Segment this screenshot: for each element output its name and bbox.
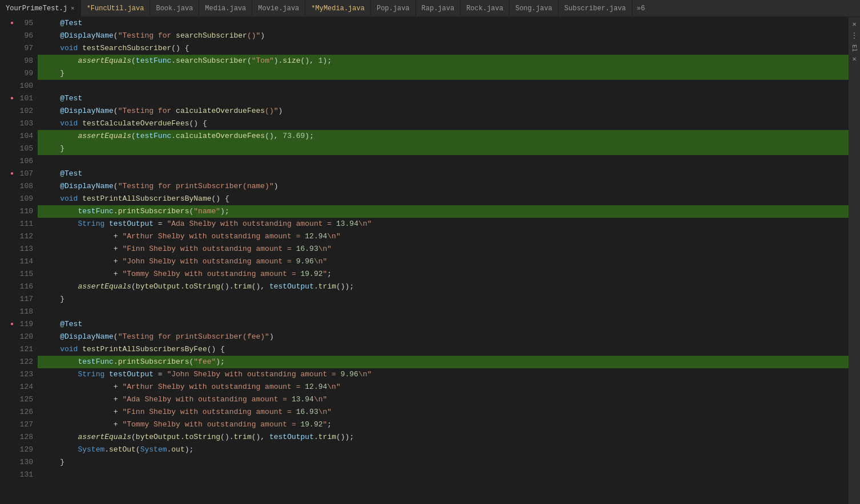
tab-book-java[interactable]: Book.java — [150, 0, 199, 17]
code-line: void testCalculateOverdueFees() { — [38, 117, 849, 130]
tab-label: Song.java — [515, 5, 552, 13]
line-number: 116 — [9, 281, 38, 293]
tab-label: YourPrimeTest.j — [6, 5, 67, 13]
line-number: 127 — [9, 418, 38, 431]
tab-label: *FuncUtil.java — [87, 5, 144, 13]
tab-close-button[interactable]: × — [71, 5, 75, 12]
code-line: + "Ada Shelby with outstanding amount = … — [38, 393, 849, 406]
line-number: 117 — [9, 293, 38, 306]
gutter-item — [0, 30, 9, 42]
tab-label: *MyMedia.java — [311, 5, 365, 13]
code-line: void testSearchSubscriber() { — [38, 42, 849, 55]
line-number: 99 — [9, 67, 38, 80]
line-number: 112 — [9, 230, 38, 243]
ellipsis-icon[interactable]: ⋮ — [850, 31, 859, 40]
code-area[interactable]: @Test @DisplayName("Testing for searchSu… — [38, 17, 849, 504]
line-number: 107 — [9, 168, 38, 180]
tab-song-java[interactable]: Song.java — [510, 0, 559, 17]
code-line: assertEquals(testFunc.searchSubscriber("… — [38, 55, 849, 67]
gutter-item — [0, 456, 9, 469]
code-line: System.setOut(System.out); — [38, 444, 849, 456]
line-number: 103 — [9, 117, 38, 130]
gutter-item — [0, 469, 9, 481]
code-line: assertEquals(byteOutput.toString().trim(… — [38, 281, 849, 293]
gutter-item — [0, 130, 9, 143]
code-line: + "John Shelby with outstanding amount =… — [38, 255, 849, 268]
tab-rock-java[interactable]: Rock.java — [461, 0, 510, 17]
line-number: 125 — [9, 393, 38, 406]
code-line: testFunc.printSubscribers("name"); — [38, 205, 849, 218]
close-icon[interactable]: ✕ — [850, 19, 859, 29]
line-number: 114 — [9, 255, 38, 268]
gutter-item — [0, 218, 9, 230]
tab-yourprimetest-j[interactable]: YourPrimeTest.j× — [0, 0, 81, 17]
line-number: 109 — [9, 193, 38, 205]
code-line: + "Tommy Shelby with outstanding amount … — [38, 418, 849, 431]
tab-label: Rock.java — [466, 5, 503, 13]
code-line: void testPrintAllSubscribersByFee() { — [38, 343, 849, 356]
panel-close-icon[interactable]: ✕ — [850, 54, 859, 63]
gutter-item — [0, 92, 9, 105]
code-line: @Test — [38, 17, 849, 30]
line-number: 124 — [9, 381, 38, 393]
code-line — [38, 469, 849, 481]
code-line: @DisplayName("Testing for printSubscribe… — [38, 331, 849, 343]
code-line: @DisplayName("Testing for searchSubscrib… — [38, 30, 849, 42]
gutter-item — [0, 193, 9, 205]
tab-rap-java[interactable]: Rap.java — [416, 0, 461, 17]
line-number: 121 — [9, 343, 38, 356]
tab-subscriber-java[interactable]: Subscriber.java — [559, 0, 632, 17]
tab-overflow[interactable]: »6 — [632, 5, 649, 13]
line-number: 104 — [9, 130, 38, 143]
code-line: void testPrintAllSubscribersByName() { — [38, 193, 849, 205]
gutter-item — [0, 393, 9, 406]
code-line: + "Finn Shelby with outstanding amount =… — [38, 406, 849, 418]
line-number: 126 — [9, 406, 38, 418]
tab-pop-java[interactable]: Pop.java — [371, 0, 416, 17]
line-number: 95 — [9, 17, 38, 30]
line-number: 100 — [9, 80, 38, 92]
tab--funcutil-java[interactable]: *FuncUtil.java — [81, 0, 151, 17]
line-number: 101 — [9, 92, 38, 105]
gutter-item — [0, 406, 9, 418]
gutter-item — [0, 431, 9, 444]
tab-label: Subscriber.java — [564, 5, 626, 13]
tab-label: Book.java — [156, 5, 193, 13]
tab--mymedia-java[interactable]: *MyMedia.java — [305, 0, 371, 17]
gutter-item — [0, 17, 9, 30]
code-line: @Test — [38, 168, 849, 180]
line-number: 102 — [9, 105, 38, 117]
line-number: 106 — [9, 155, 38, 168]
line-number: 115 — [9, 268, 38, 281]
code-line — [38, 306, 849, 318]
gutter-item — [0, 168, 9, 180]
gutter-item — [0, 343, 9, 356]
right-panel: ✕ ⋮ El ✕ — [849, 17, 860, 504]
code-line: assertEquals(byteOutput.toString().trim(… — [38, 431, 849, 444]
code-line: } — [38, 143, 849, 155]
gutter-item — [0, 293, 9, 306]
line-number: 111 — [9, 218, 38, 230]
gutter-item — [0, 67, 9, 80]
tab-label: Media.java — [205, 5, 246, 13]
gutter-item — [0, 381, 9, 393]
line-number: 120 — [9, 331, 38, 343]
gutter-item — [0, 117, 9, 130]
code-line: @Test — [38, 92, 849, 105]
code-line: + "Arthur Shelby with outstanding amount… — [38, 381, 849, 393]
gutter-item — [0, 318, 9, 331]
code-line: + "Arthur Shelby with outstanding amount… — [38, 230, 849, 243]
gutter-item — [0, 368, 9, 381]
line-number: 123 — [9, 368, 38, 381]
editor-container: 9596979899100101102103104105106107108109… — [0, 17, 860, 504]
gutter-item — [0, 155, 9, 168]
line-number: 98 — [9, 55, 38, 67]
line-number: 108 — [9, 180, 38, 193]
gutter-item — [0, 268, 9, 281]
code-line: String testOutput = "Ada Shelby with out… — [38, 218, 849, 230]
code-line: } — [38, 456, 849, 469]
tab-media-java[interactable]: Media.java — [199, 0, 252, 17]
tab-movie-java[interactable]: Movie.java — [252, 0, 305, 17]
line-number: 118 — [9, 306, 38, 318]
code-line: } — [38, 293, 849, 306]
